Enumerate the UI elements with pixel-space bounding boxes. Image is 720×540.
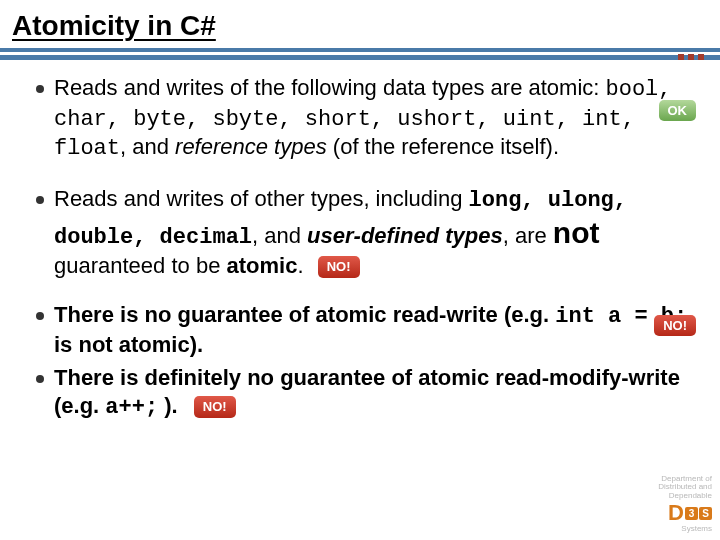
bullet-3-text: There is no guarantee of atomic read-wri… [54, 301, 690, 358]
corner-dots-icon [678, 54, 704, 60]
slide-title: Atomicity in C# [0, 0, 720, 46]
bullet-icon [36, 85, 44, 93]
no-badge: NO! [194, 396, 236, 418]
slide-content: Reads and writes of the following data t… [0, 68, 720, 421]
bullet-3: There is no guarantee of atomic read-wri… [36, 301, 690, 358]
footer-logo: Department of Distributed and Dependable… [658, 475, 712, 534]
footer-line: Dependable [658, 492, 712, 501]
bullet-2-text: Reads and writes of other types, includi… [54, 185, 690, 280]
bullet-4: There is definitely no guarantee of atom… [36, 364, 690, 421]
no-badge: NO! [654, 315, 696, 336]
bullet-icon [36, 196, 44, 204]
title-divider [0, 48, 720, 60]
bullet-icon [36, 312, 44, 320]
footer-line: Systems [658, 525, 712, 534]
no-badge: NO! [318, 256, 360, 278]
d3s-logo-icon: D 3 S [658, 501, 712, 525]
ok-badge: OK [659, 100, 697, 121]
bullet-1-text: Reads and writes of the following data t… [54, 74, 690, 163]
bullet-4-text: There is definitely no guarantee of atom… [54, 364, 690, 421]
bullet-1: Reads and writes of the following data t… [36, 74, 690, 163]
bullet-2: Reads and writes of other types, includi… [36, 185, 690, 280]
bullet-icon [36, 375, 44, 383]
